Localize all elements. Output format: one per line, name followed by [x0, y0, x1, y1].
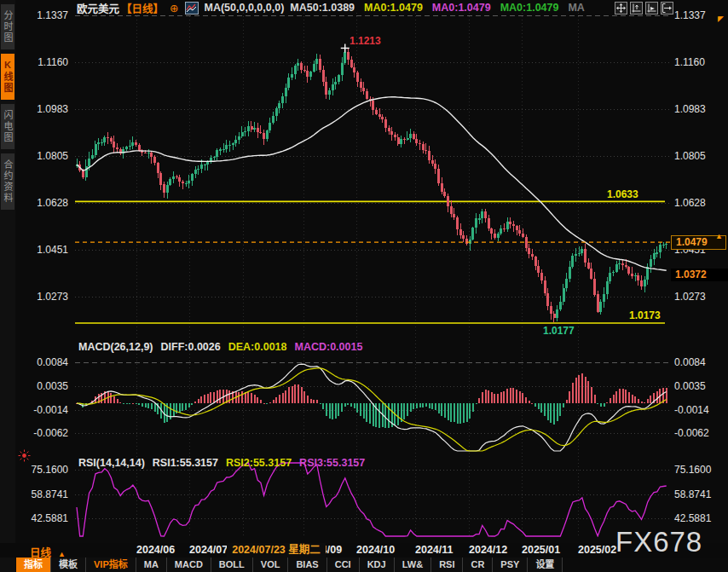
- rsi-axis-label-left: 42.5881: [19, 512, 68, 524]
- macd-dea-value: DEA:0.0018: [228, 341, 287, 353]
- ma-value-0: MA50:1.0389: [290, 2, 355, 14]
- rsi-title: RSI(14,14,14): [78, 457, 145, 469]
- macd-axis-label-right: -0.0014: [674, 404, 709, 416]
- horizontal-gridlines: [75, 16, 672, 519]
- x-axis-label-2025/02: 2025/02: [578, 544, 616, 556]
- macd-axis-label-right: -0.0062: [674, 427, 709, 439]
- macd-histogram: [76, 373, 667, 428]
- y-axis-label-right: 1.0273: [674, 291, 706, 303]
- rsi-axis-label-right: 58.8741: [674, 488, 711, 500]
- toolbar-item-模板[interactable]: 模板: [51, 558, 86, 572]
- toolbar-item-CR[interactable]: CR: [463, 558, 493, 572]
- toolbar-item-指标[interactable]: 指标: [16, 558, 51, 572]
- move-crosshair-icon[interactable]: [615, 2, 627, 14]
- level-lines: [75, 201, 665, 323]
- sidebar: 分时图K线图闪电图合约资料: [0, 0, 15, 572]
- toolbar-item-LW&[interactable]: LW&: [395, 558, 431, 572]
- sidebar-tab-K线图[interactable]: K线图: [1, 54, 14, 100]
- rsi-header: RSI(14,14,14) RSI1:55.3157 RSI2:55.3157 …: [78, 457, 365, 469]
- axis-zoom-out-icon[interactable]: [645, 2, 658, 14]
- rsi-axis-label-left: 58.8741: [19, 488, 68, 500]
- y-axis-label-left: 1.0983: [19, 103, 68, 115]
- y-axis-label-left: 1.0805: [19, 150, 68, 162]
- rsi3-value: RSI3:55.3157: [299, 457, 365, 469]
- sidebar-tab-闪电图[interactable]: 闪电图: [1, 104, 14, 149]
- add-indicator-icon[interactable]: ⊕: [170, 2, 178, 14]
- macd-diff-line: [77, 364, 667, 451]
- y-axis-label-right: 1.1160: [674, 56, 705, 68]
- toolbar-item-设置[interactable]: 设置: [528, 558, 563, 572]
- macd-diff-value: DIFF:0.0026: [161, 341, 221, 353]
- x-axis-label-2024/10: 2024/10: [356, 544, 395, 556]
- y-axis-label-left: 1.0451: [19, 244, 68, 256]
- macd-header: MACD(26,12,9) DIFF:0.0026 DEA:0.0018 MAC…: [78, 341, 362, 353]
- toolbar-item-MA[interactable]: MA: [136, 558, 167, 572]
- macd-dea-line: [77, 368, 667, 451]
- macd-axis-label-right: 0.0084: [674, 356, 706, 368]
- macd-axis-label-left: 0.0035: [19, 380, 68, 392]
- chart-style-icon[interactable]: [185, 2, 199, 14]
- macd-axis-label-left: 0.0084: [19, 356, 68, 368]
- y-axis-label-left: 1.0273: [19, 291, 68, 303]
- x-axis-label-2024/11: 2024/11: [415, 544, 454, 556]
- macd-title: MACD(26,12,9): [78, 341, 153, 353]
- resistance-level-label: 1.0633: [607, 188, 638, 200]
- macd-macd-value: MACD:0.0015: [295, 341, 363, 353]
- y-axis-label-right: 1.0805: [674, 150, 706, 162]
- axis-zoom-in-icon[interactable]: [630, 2, 643, 14]
- x-axis-label-2024/12: 2024/12: [469, 544, 507, 556]
- ma-value-1: MA0:1.0479: [364, 2, 423, 14]
- y-axis-label-left: 1.1337: [19, 9, 68, 21]
- price-marker-icon: ▲: [715, 232, 723, 240]
- pan-right-icon[interactable]: [661, 2, 673, 14]
- x-axis-label-2024/06: 2024/06: [136, 544, 175, 556]
- rsi-axis-label-right: 75.1600: [674, 464, 711, 476]
- toolbar-item-PSY[interactable]: PSY: [493, 558, 528, 572]
- support-level-label: 1.0173: [629, 309, 661, 321]
- app-root: 分时图K线图闪电图合约资料 欧元美元【日线】 ⊕ MA(50,0,0,0,0,0…: [0, 0, 728, 572]
- toolbar-item-VIP指标[interactable]: VIP指标: [86, 558, 136, 572]
- ma-settings-label: MA(50,0,0,0,0,0): [205, 2, 285, 14]
- sidebar-tab-分时图[interactable]: 分时图: [1, 4, 14, 49]
- y-axis-label-right: 1.0628: [674, 197, 706, 209]
- high-price-annotation: 1.1213: [350, 35, 381, 47]
- toolbar-item-VOL[interactable]: VOL: [253, 558, 289, 572]
- period-tag: 【日线】: [121, 0, 164, 16]
- ma-values: MA50:1.0389MA0:1.0479MA0:1.0479MA0:1.047…: [290, 2, 585, 14]
- x-axis-label-2024/07: 2024/07: [189, 544, 228, 556]
- toolbar-item-MACD[interactable]: MACD: [167, 558, 211, 572]
- low-price-annotation: 1.0177: [543, 325, 575, 337]
- rsi1-value: RSI1:55.3157: [153, 457, 218, 469]
- window-icons: [615, 2, 673, 14]
- x-axis-label-2025/01: 2025/01: [522, 544, 560, 556]
- crosshair-date-readout: 2024/07/23 星期二: [227, 543, 326, 558]
- macd-axis-label-right: 0.0035: [674, 380, 706, 392]
- toolbar-item-KDJ[interactable]: KDJ: [360, 558, 395, 572]
- ma-value-2: MA0:1.0479: [432, 2, 491, 14]
- alert-burst-icon[interactable]: [18, 449, 31, 465]
- scroll-marker-top-icon: ◤: [718, 14, 724, 23]
- y-axis-label-left: 1.1160: [19, 56, 68, 68]
- sidebar-tab-合约资料[interactable]: 合约资料: [1, 153, 14, 210]
- macd-axis-label-left: -0.0062: [19, 427, 68, 439]
- y-axis-label-left: 1.0628: [19, 197, 68, 209]
- toolbar-item-CCI[interactable]: CCI: [327, 558, 360, 572]
- toolbar-item-BIAS[interactable]: BIAS: [288, 558, 326, 572]
- symbol-name: 欧元美元: [77, 0, 119, 16]
- macd-axis-label-left: -0.0014: [19, 404, 68, 416]
- ma-value-3: MA0:1.0479: [500, 2, 559, 14]
- watermark: FX678: [615, 526, 702, 558]
- toolbar-item-BOLL[interactable]: BOLL: [211, 558, 253, 572]
- candles: [76, 48, 668, 321]
- indicator-toolbar: 指标模板VIP指标MAMACDBOLLVOLBIASCCIKDJLW&RSICR…: [16, 558, 563, 572]
- ma-value-4: MA: [568, 2, 584, 14]
- y-axis-label-right: 1.1337: [674, 9, 706, 21]
- previous-price-tag: 1.0372: [671, 269, 728, 281]
- chart-header: 欧元美元【日线】 ⊕ MA(50,0,0,0,0,0) MA50:1.0389M…: [77, 1, 585, 14]
- y-axis-label-right: 1.0983: [674, 103, 706, 115]
- rsi2-value: RSI2:55.3157: [226, 457, 292, 469]
- toolbar-item-RSI[interactable]: RSI: [431, 558, 463, 572]
- rsi-axis-label-left: 75.1600: [19, 464, 68, 476]
- rsi-axis-label-right: 42.5881: [674, 512, 711, 524]
